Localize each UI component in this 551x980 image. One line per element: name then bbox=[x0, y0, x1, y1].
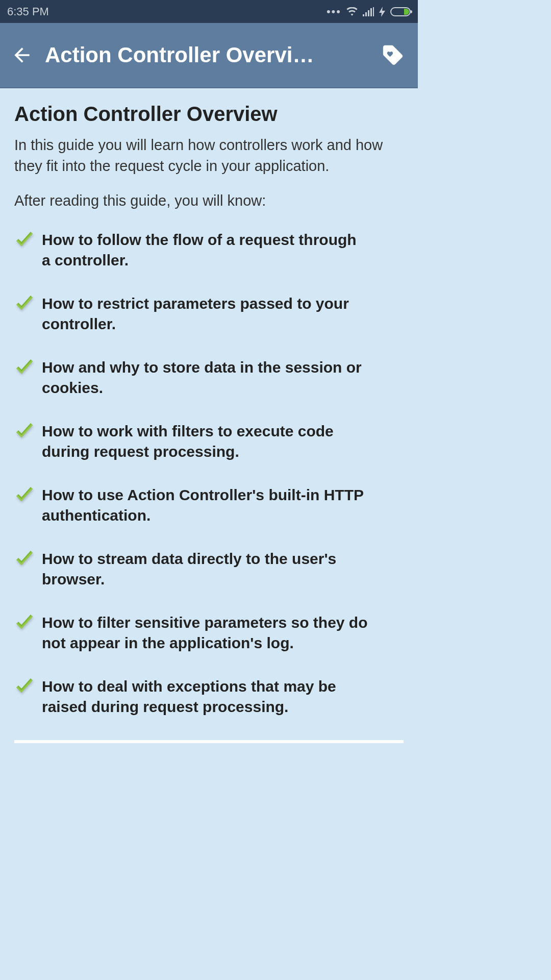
bullet-text: How to restrict parameters passed to you… bbox=[42, 293, 368, 335]
list-item: How to work with filters to execute code… bbox=[14, 421, 404, 462]
check-icon bbox=[14, 422, 35, 443]
learning-objectives-list: How to follow the flow of a request thro… bbox=[14, 230, 404, 718]
app-bar-title: Action Controller Overvi… bbox=[45, 43, 371, 67]
check-icon bbox=[14, 231, 35, 251]
intro-paragraph: In this guide you will learn how control… bbox=[14, 135, 404, 176]
wifi-icon bbox=[346, 7, 358, 16]
page-title: Action Controller Overview bbox=[14, 103, 404, 126]
status-time: 6:35 PM bbox=[7, 5, 49, 18]
bullet-text: How to use Action Controller's built-in … bbox=[42, 485, 368, 526]
list-item: How to restrict parameters passed to you… bbox=[14, 293, 404, 335]
check-icon bbox=[14, 295, 35, 315]
back-button[interactable] bbox=[9, 42, 35, 68]
list-item: How to use Action Controller's built-in … bbox=[14, 485, 404, 526]
list-item: How to stream data directly to the user'… bbox=[14, 549, 404, 590]
check-icon bbox=[14, 614, 35, 634]
app-bar: Action Controller Overvi… bbox=[0, 23, 418, 88]
lead-in-text: After reading this guide, you will know: bbox=[14, 190, 404, 211]
bullet-text: How and why to store data in the session… bbox=[42, 357, 368, 399]
list-item: How to filter sensitive parameters so th… bbox=[14, 612, 404, 654]
tag-button[interactable] bbox=[381, 41, 409, 69]
list-item: How and why to store data in the session… bbox=[14, 357, 404, 399]
tag-heart-icon bbox=[381, 43, 405, 67]
bullet-text: How to deal with exceptions that may be … bbox=[42, 676, 368, 718]
signal-icon bbox=[363, 7, 374, 16]
check-icon bbox=[14, 486, 35, 506]
content-area[interactable]: Action Controller Overview In this guide… bbox=[0, 88, 418, 743]
status-bar: 6:35 PM ••• bbox=[0, 0, 418, 23]
chapters-section[interactable]: Chapters bbox=[14, 740, 404, 743]
bullet-text: How to stream data directly to the user'… bbox=[42, 549, 368, 590]
check-icon bbox=[14, 550, 35, 570]
bullet-text: How to filter sensitive parameters so th… bbox=[42, 612, 368, 654]
status-indicators: ••• bbox=[327, 5, 411, 18]
check-icon bbox=[14, 677, 35, 698]
charging-icon bbox=[379, 7, 385, 17]
back-arrow-icon bbox=[11, 44, 33, 66]
more-icon: ••• bbox=[327, 5, 341, 18]
battery-icon bbox=[390, 7, 411, 16]
list-item: How to deal with exceptions that may be … bbox=[14, 676, 404, 718]
check-icon bbox=[14, 358, 35, 379]
bullet-text: How to work with filters to execute code… bbox=[42, 421, 368, 462]
list-item: How to follow the flow of a request thro… bbox=[14, 230, 404, 271]
bullet-text: How to follow the flow of a request thro… bbox=[42, 230, 368, 271]
